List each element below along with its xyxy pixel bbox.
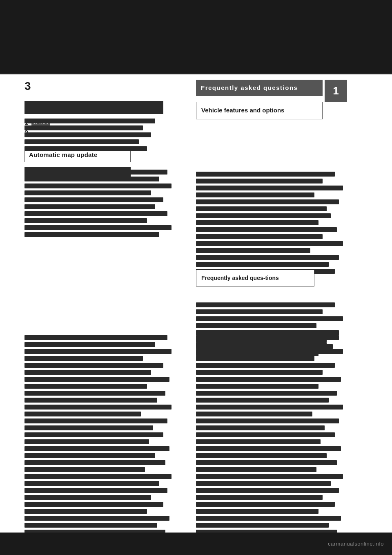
text-line xyxy=(196,418,339,423)
text-line xyxy=(196,356,314,361)
top-dark-area xyxy=(0,0,392,74)
text-line xyxy=(196,220,318,225)
text-line xyxy=(24,204,155,209)
text-line xyxy=(24,467,145,472)
text-line xyxy=(24,363,163,368)
text-line xyxy=(24,184,172,188)
text-line xyxy=(196,516,341,521)
text-line xyxy=(24,377,169,382)
text-line xyxy=(196,316,343,321)
text-line xyxy=(196,453,327,458)
text-line xyxy=(24,398,157,403)
text-line xyxy=(196,335,339,340)
text-line xyxy=(24,439,149,444)
text-line xyxy=(24,335,167,340)
right-body-text-section xyxy=(196,172,351,276)
text-line xyxy=(196,509,318,514)
text-line xyxy=(24,177,159,181)
text-line xyxy=(24,225,172,230)
text-line xyxy=(24,446,169,451)
text-line xyxy=(196,192,314,197)
faq-box-top[interactable]: Frequently asked questions xyxy=(196,80,323,96)
faq-box-lower[interactable]: Frequently asked ques-tions xyxy=(196,270,314,286)
text-line xyxy=(24,460,165,465)
text-line xyxy=(196,502,335,507)
text-line xyxy=(196,481,331,486)
text-line xyxy=(24,218,147,223)
vehicle-features-box[interactable]: Vehicle features and options xyxy=(196,102,323,119)
text-line xyxy=(24,495,151,500)
faq-lower-label: Frequently asked ques-tions xyxy=(201,275,279,281)
text-line xyxy=(24,170,167,175)
text-line xyxy=(24,125,143,130)
text-line xyxy=(24,488,167,493)
text-line xyxy=(24,412,141,416)
text-line xyxy=(24,405,172,410)
text-line xyxy=(196,405,343,410)
text-line xyxy=(196,186,343,190)
text-line xyxy=(196,384,318,389)
text-line xyxy=(24,391,165,396)
text-line xyxy=(196,179,323,184)
text-line xyxy=(196,248,310,253)
text-line xyxy=(24,132,151,137)
dark-bar-1 xyxy=(24,101,163,114)
vehicle-features-label: Vehicle features and options xyxy=(201,107,284,114)
text-line xyxy=(196,474,343,479)
body-text-right xyxy=(196,335,351,544)
text-line xyxy=(24,139,139,144)
text-line xyxy=(24,384,147,389)
left-body-text-section-2 xyxy=(24,170,192,239)
text-line xyxy=(24,516,169,521)
text-line xyxy=(196,523,329,528)
text-line xyxy=(24,211,167,216)
body-text-section-wide xyxy=(24,335,376,544)
text-line xyxy=(196,302,335,307)
text-line xyxy=(24,119,155,123)
text-line xyxy=(196,467,316,472)
text-line xyxy=(196,377,341,382)
text-line xyxy=(24,453,155,458)
text-line xyxy=(24,342,155,347)
text-line xyxy=(24,197,163,202)
faq-top-label: Frequently asked questions xyxy=(201,84,298,91)
text-line xyxy=(24,502,163,507)
text-line xyxy=(24,509,147,514)
text-line xyxy=(196,234,323,239)
text-line xyxy=(196,342,327,347)
text-line xyxy=(196,495,323,500)
right-column: Frequently asked questions Vehicle featu… xyxy=(196,80,368,119)
text-line xyxy=(196,446,341,451)
left-body-text-section xyxy=(24,119,192,153)
text-line xyxy=(24,370,151,375)
text-line xyxy=(24,418,167,423)
section-number-3: 3 xyxy=(24,80,192,93)
text-line xyxy=(196,213,331,218)
page-container: 1 3 1 OPTION 2 Automatic map update xyxy=(0,0,392,555)
text-line xyxy=(24,432,163,437)
text-line xyxy=(196,432,335,437)
text-line xyxy=(196,199,339,204)
text-line xyxy=(24,425,153,430)
text-line xyxy=(196,363,335,368)
text-line xyxy=(24,356,143,361)
text-line xyxy=(196,391,337,396)
text-line xyxy=(24,190,151,195)
text-line xyxy=(24,232,159,237)
text-line xyxy=(196,460,337,465)
text-line xyxy=(196,330,339,335)
text-line xyxy=(196,412,312,416)
text-line xyxy=(196,172,335,177)
text-line xyxy=(24,523,157,528)
text-line xyxy=(196,255,339,260)
text-line xyxy=(196,425,325,430)
text-line xyxy=(24,349,172,354)
logo-text: carmanualsonline.info xyxy=(328,541,384,547)
text-line xyxy=(196,206,327,211)
body-text-left xyxy=(24,335,180,544)
text-line xyxy=(196,398,329,403)
text-line xyxy=(24,474,172,479)
text-line xyxy=(196,349,343,354)
text-line xyxy=(196,370,323,375)
text-line xyxy=(24,481,159,486)
